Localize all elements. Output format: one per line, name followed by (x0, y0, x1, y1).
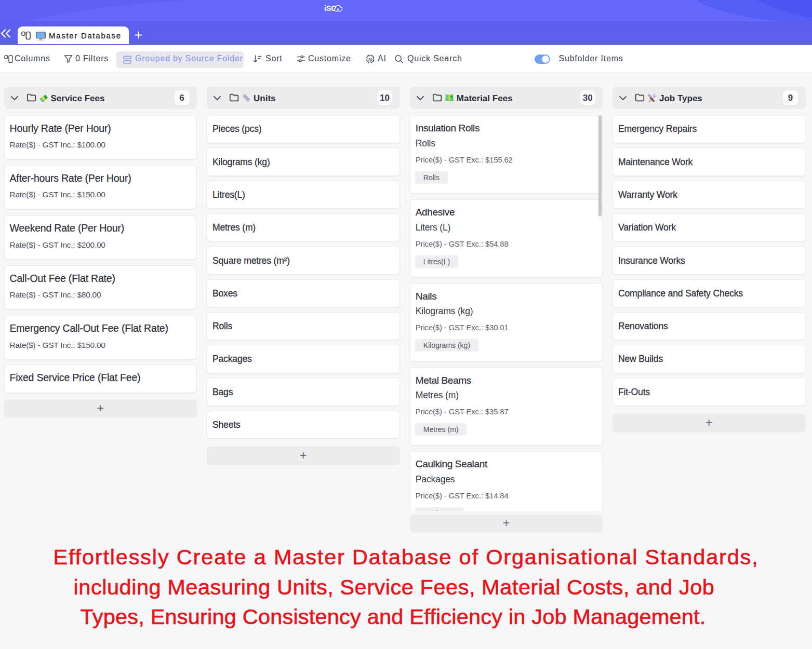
svg-text:$: $ (446, 95, 448, 98)
svg-text:AI: AI (368, 57, 372, 62)
